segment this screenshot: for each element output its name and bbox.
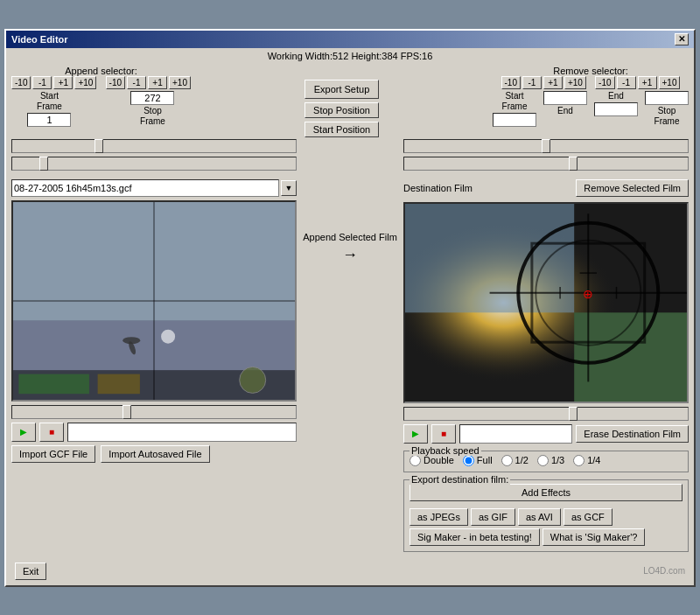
left-slider2[interactable]	[11, 157, 297, 171]
start-position-button[interactable]: Start Position	[304, 122, 380, 137]
speed-third-radio[interactable]	[537, 455, 549, 466]
source-file-input[interactable]	[11, 179, 279, 197]
remove-start-input[interactable]	[493, 113, 536, 127]
speed-half-radio[interactable]	[501, 455, 513, 466]
import-gcf-button[interactable]: Import GCF File	[11, 445, 95, 463]
speed-double-radio[interactable]	[410, 455, 421, 466]
left-stop-button[interactable]: ■	[39, 423, 64, 442]
remove-stop-input[interactable]	[645, 91, 689, 105]
speed-double-label[interactable]: Double	[410, 455, 454, 466]
title-bar: Video Editor ✕	[6, 31, 694, 48]
watermark-area: LO4D.com	[643, 566, 685, 576]
append-plus1-2[interactable]: +1	[148, 76, 167, 89]
append-plus10-1[interactable]: +10	[74, 76, 96, 89]
dropdown-arrow[interactable]: ▼	[281, 180, 297, 196]
export-setup-button[interactable]: Export Setup	[304, 80, 380, 99]
right-playback-slider[interactable]	[403, 407, 689, 421]
left-slider[interactable]	[11, 139, 297, 153]
start-frame-label: StartFrame	[37, 91, 62, 112]
remove-stop-frame-group: StopFrame	[645, 91, 689, 127]
middle-spacer2	[302, 157, 398, 172]
speed-third-label[interactable]: 1/3	[537, 455, 564, 466]
remove-plus1-1[interactable]: +1	[543, 76, 563, 89]
remove-selected-film-button[interactable]: Remove Selected Film	[576, 179, 689, 197]
source-selector: ▼	[11, 179, 297, 197]
append-plus10-2[interactable]: +10	[169, 76, 191, 89]
right-play-button[interactable]: ▶	[403, 424, 428, 444]
middle-panel: Append Selected Film →	[302, 179, 398, 552]
right-video-svg: ⊕	[405, 204, 687, 402]
append-minus10-2[interactable]: -10	[106, 76, 125, 89]
right-slider[interactable]	[403, 139, 689, 153]
export-avi-button[interactable]: as AVI	[518, 508, 561, 526]
append-plus1-1[interactable]: +1	[53, 76, 73, 89]
left-playback-slider[interactable]	[11, 405, 297, 419]
append-selector: Append selector: -10 -1 +1 +10 -10 -1 +1…	[11, 66, 191, 127]
stop-position-button[interactable]: Stop Position	[304, 102, 380, 118]
export-gcf-button[interactable]: as GCF	[564, 508, 612, 526]
speed-half-label[interactable]: 1/2	[501, 455, 528, 466]
remove-end-input2[interactable]	[594, 102, 638, 116]
left-play-button[interactable]: ▶	[11, 423, 36, 442]
left-video-content	[13, 202, 295, 400]
remove-end-input1[interactable]	[543, 91, 587, 105]
svg-rect-9	[98, 374, 140, 394]
add-effects-button[interactable]: Add Effects	[410, 484, 682, 501]
append-minus1-2[interactable]: -1	[127, 76, 146, 89]
right-slider2[interactable]	[403, 157, 689, 171]
left-slider2-container	[11, 157, 297, 172]
import-row: Import GCF File Import Autosaved File	[11, 445, 297, 463]
remove-minus10-1[interactable]: -10	[501, 76, 521, 89]
speed-half-text: 1/2	[515, 455, 528, 465]
bottom-bar: Exit LO4D.com	[6, 557, 694, 585]
remove-frames-row: StartFrame End End StopFrame	[493, 91, 689, 127]
right-stop-button[interactable]: ■	[431, 424, 456, 444]
speed-full-radio[interactable]	[463, 455, 474, 466]
speed-quarter-label[interactable]: 1/4	[573, 455, 600, 466]
svg-rect-8	[18, 374, 89, 394]
what-sig-button[interactable]: What is 'Sig Maker'?	[542, 528, 646, 546]
left-video-preview	[11, 200, 297, 402]
speed-full-label[interactable]: Full	[463, 455, 493, 466]
left-progress-bar	[67, 423, 297, 442]
svg-rect-13	[574, 312, 687, 402]
right-slider-container	[403, 139, 689, 155]
left-playback-controls: ▶ ■	[11, 423, 297, 442]
exit-button[interactable]: Exit	[15, 563, 46, 580]
remove-plus10-2[interactable]: +10	[659, 76, 681, 89]
remove-minus1-1[interactable]: -1	[522, 76, 542, 89]
remove-plus1-2[interactable]: +1	[638, 76, 657, 89]
sig-maker-button[interactable]: Sig Maker - in beta testing!	[410, 528, 540, 546]
speed-quarter-radio[interactable]	[573, 455, 584, 466]
append-label: Append Selected Film	[303, 232, 397, 242]
erase-dest-film-button[interactable]: Erase Destination Film	[576, 425, 689, 443]
svg-point-10	[240, 367, 266, 393]
main-window: Video Editor ✕ Working Width:512 Height:…	[4, 29, 696, 587]
export-gif-button[interactable]: as GIF	[471, 508, 515, 526]
export-jpegs-button[interactable]: as JPEGs	[410, 508, 468, 526]
remove-selector-label: Remove selector:	[553, 66, 628, 76]
append-minus1-1[interactable]: -1	[32, 76, 52, 89]
sliders-row-2	[6, 155, 694, 174]
remove-minus1-2[interactable]: -1	[617, 76, 636, 89]
remove-minus10-2[interactable]: -10	[595, 76, 614, 89]
playback-speed-group: Playback speed Double Full 1/2 1/3	[403, 451, 689, 472]
remove-plus10-1[interactable]: +10	[564, 76, 586, 89]
remove-start-frame-label: StartFrame	[502, 91, 528, 112]
playback-speed-options: Double Full 1/2 1/3 1/4	[410, 455, 682, 466]
remove-end-label2: End	[608, 91, 624, 101]
right-video-preview: ⊕	[403, 202, 689, 403]
stop-frame-input[interactable]	[130, 91, 174, 105]
start-frame-group: StartFrame	[27, 91, 71, 127]
speed-third-text: 1/3	[551, 455, 564, 465]
right-video-content: ⊕	[405, 204, 687, 402]
close-button[interactable]: ✕	[675, 33, 689, 45]
start-frame-input[interactable]	[27, 113, 71, 127]
import-autosaved-button[interactable]: Import Autosaved File	[101, 445, 209, 463]
speed-double-text: Double	[424, 455, 454, 465]
append-minus10-1[interactable]: -10	[11, 76, 31, 89]
append-selector-label: Append selector:	[65, 66, 137, 76]
remove-end-group1: End	[543, 91, 587, 116]
append-arrow-icon: →	[342, 246, 358, 264]
stop-frame-label: StopFrame	[140, 106, 165, 127]
